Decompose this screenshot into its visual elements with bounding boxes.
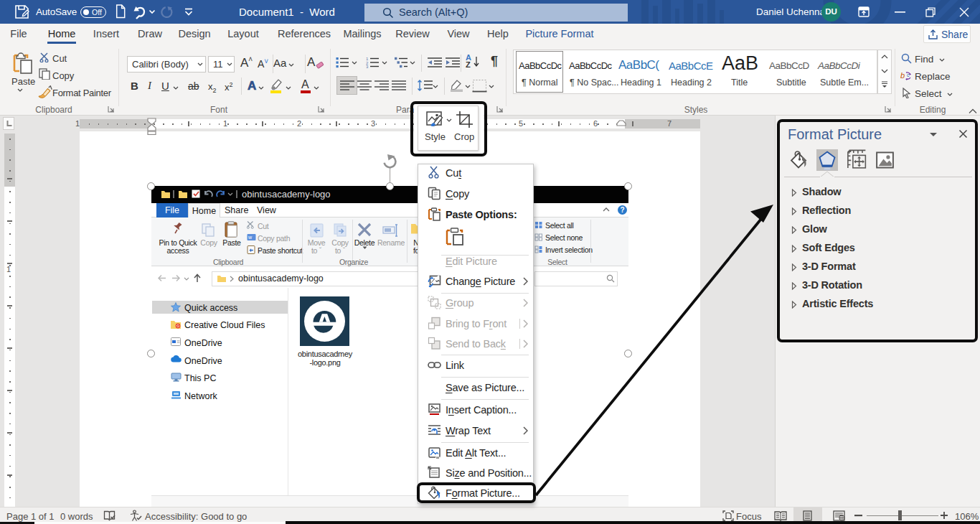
svg-text:w: w	[248, 235, 253, 240]
svg-text:c: c	[907, 72, 910, 78]
svg-text:3: 3	[366, 65, 369, 68]
svg-text:b: b	[900, 71, 905, 80]
